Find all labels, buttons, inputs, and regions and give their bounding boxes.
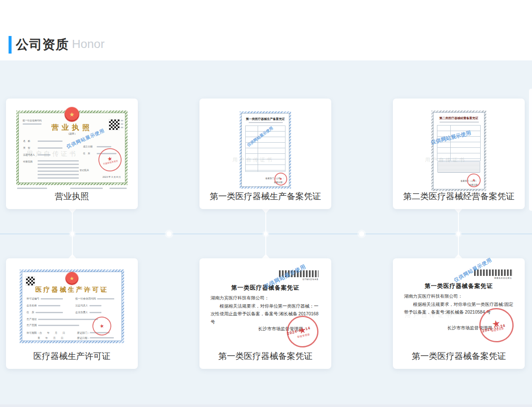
barcode [279,270,318,277]
field-value [36,312,63,313]
field-label: 生产范围 [27,323,37,327]
cert-subtitle: （副本） [19,132,125,136]
doc-recipient: 湖南力宾医疗科技有限公司： [211,295,269,301]
timeline-mid-dot [166,231,172,236]
field-value [38,154,51,156]
footer-edge-strip [0,404,532,407]
qr-code [26,276,35,286]
class2-operation-cert-image[interactable]: 第二类医疗器械经营备案凭证 备案部门（公章）： 备案日期： ★ 仅供网站展示使用… [431,111,486,191]
doc-recipient: 湖南力宾医疗科技有限公司： [404,293,463,299]
field-label: 经营范围 [23,160,33,163]
seal-star-icon: ★ [279,177,283,181]
field-value [38,305,60,306]
cert-table [437,125,481,161]
cert-title: 第二类医疗器械经营备案凭证 [434,116,484,120]
license-period-from: 许可期限：自 年 月 日 [27,331,65,335]
field-label: 生产地址 [27,317,37,321]
certificate-card-class2-operation[interactable]: 第二类医疗器械经营备案凭证 备案部门（公章）： 备案日期： ★ 仅供网站展示使用… [393,99,525,209]
connector-arrow-up [68,254,76,258]
certificate-card-production-license[interactable]: ★ 医疗器械生产许可证 许可证编号 统一社会信用代码 企业名称 法定代表人 住 … [6,258,138,369]
card-label: 第一类医疗器械备案凭证 [393,350,525,362]
field-value [97,298,114,299]
scope-dense-text [437,162,480,173]
field-value [38,141,62,142]
issue-date: 2023 年 3 月 8 日 [103,176,121,179]
page-subtitle: Honor [72,37,104,51]
certificate-card-class1-filing-2[interactable]: RBSXOCR1 第一类医疗器械备案凭证 湖南力宾医疗科技有限公司： 根据相关法… [393,258,525,369]
certificate-card-business-license[interactable]: ★ 统一社会信用代码 营业执照 （副本） 名 称 类 型 法定代表人 经营范围 … [6,99,138,209]
cert-title: 第一类医疗器械生产备案凭证 [242,117,289,121]
card-label: 第二类医疗器械经营备案凭证 [393,191,525,202]
seal-star-icon: ★ [472,178,476,182]
field-value [38,147,62,149]
production-license-image[interactable]: ★ 医疗器械生产许可证 许可证编号 统一社会信用代码 企业名称 法定代表人 住 … [20,269,124,343]
field-label: 住 所 [27,311,34,314]
card-label: 第一类医疗器械备案凭证 [199,350,331,362]
registrar-label: 登记机关 [80,169,89,172]
certificate-card-class1-production[interactable]: 第一类医疗器械生产备案凭证 备案部门（公章）： 备案日期： ★ 仅供网站展示使用… [199,99,331,209]
cert-title: 第一类医疗器械备案凭证 [199,284,331,292]
seal-star-icon: ★ [99,323,104,329]
license-period-to: 至 年 月 日 [38,336,63,340]
field-label: 企业名称 [27,304,37,308]
honor-page: 公司资质 Honor ★ 统一社会信用代码 营业执照 [0,0,532,407]
connector-arrow-down [455,209,462,213]
card-label: 医疗器械生产许可证 [6,350,138,362]
cert-paper: ★ 医疗器械生产许可证 许可证编号 统一社会信用代码 企业名称 法定代表人 住 … [22,272,122,341]
field-label: 统一社会信用代码 [75,297,96,301]
barcode-text: RBSXOCR1 [474,277,512,279]
connector-line [458,211,459,257]
scrollbar-thumb[interactable] [529,89,532,211]
issue-date-value [90,337,114,338]
filing-number-line [249,122,283,123]
cert-title: 医疗器械生产许可证 [22,286,122,294]
barcode-text: 07MION48 [279,278,318,281]
connector-arrow-up [262,254,270,258]
accent-bar [9,36,12,54]
card-label: 第一类医疗器械生产备案凭证 [199,191,331,202]
filing-number-line [440,122,479,123]
field-label: 名 称 [23,140,30,143]
qr-side-text [121,120,123,129]
connector-arrow-down [68,209,76,213]
national-emblem-icon: ★ [65,107,79,122]
field-value [38,319,98,320]
class1-production-cert-image[interactable]: 第一类医疗器械生产备案凭证 备案部门（公章）： 备案日期： ★ 仅供网站展示使用… [240,111,291,189]
cert-title: 第一类医疗器械备案凭证 [393,282,525,290]
field-label: 企业负责人 [75,311,88,314]
connector-arrow-up [455,254,462,258]
business-license-image[interactable]: ★ 统一社会信用代码 营业执照 （副本） 名 称 类 型 法定代表人 经营范围 … [16,111,128,185]
section-header: 公司资质 Honor [0,0,532,60]
field-label: 法定代表人 [75,304,88,308]
field-value [89,312,101,313]
connector-line [72,211,73,257]
field-label: 许可证编号 [27,297,39,301]
barcode [474,269,512,276]
honor-section: ★ 统一社会信用代码 营业执照 （副本） 名 称 类 型 法定代表人 经营范围 … [0,60,532,404]
red-seal: ★ [466,172,482,189]
card-label: 营业执照 [6,191,138,202]
issue-dept-label: 发证部门： [77,331,90,335]
qr-code [109,119,120,130]
connector-line [265,211,266,257]
field-label: 法定代表人 [23,153,35,156]
field-value [41,298,63,299]
cert-paper: 第一类医疗器械生产备案凭证 备案部门（公章）： 备案日期： ★ 仅供网站展示使用… [241,113,289,187]
connector-arrow-down [262,209,270,213]
red-seal: ★ 行政审批专用章 [96,146,124,174]
business-license-paper: ★ 统一社会信用代码 营业执照 （副本） 名 称 类 型 法定代表人 经营范围 … [18,113,125,183]
national-emblem-icon: ★ [65,272,78,285]
timeline-mid-dot [359,231,364,236]
business-scope-text [38,160,79,179]
issue-date-label: 发证日期： [77,336,90,340]
page-title: 公司资质 [16,36,69,54]
cert-paper: 第二类医疗器械经营备案凭证 备案部门（公章）： 备案日期： ★ 仅供网站展示使用… [433,112,484,189]
field-label: 住 所 [83,152,90,155]
credit-code-label: 统一社会信用代码 [23,119,42,122]
cert-table [245,126,285,172]
red-seal: ★ [273,171,288,187]
seal-text: 行政审批专用章 [103,160,118,165]
field-value [38,325,79,326]
field-value [97,146,111,147]
certificate-card-class1-filing-1[interactable]: 07MION48 第一类医疗器械备案凭证 湖南力宾医疗科技有限公司： 根据相关法… [199,258,331,369]
